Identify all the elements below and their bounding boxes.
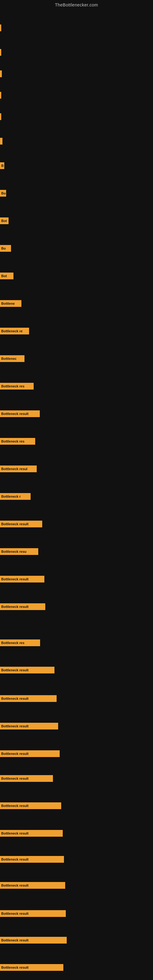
bar-row: Bottleneck result: [0, 964, 153, 971]
bar: [0, 24, 1, 31]
bar: [0, 49, 1, 56]
bar-label: Bottleneck resu: [1, 550, 27, 554]
bar: Bot: [0, 218, 9, 224]
bar-label: Bottleneck result: [1, 577, 29, 581]
bar-label: Bottleneck result: [1, 804, 29, 808]
bar: Bottleneck result: [0, 520, 42, 527]
bar: B: [0, 162, 4, 169]
bar: Bottlenec: [0, 355, 24, 362]
bar-row: Bottleneck re: [0, 328, 153, 334]
bar: Bottleneck res: [0, 640, 40, 646]
bar-label: Bottleneck result: [1, 668, 29, 672]
bar: Bottlene: [0, 300, 21, 307]
bar-row: Bottleneck result: [0, 750, 153, 757]
bar-row: Bottleneck result: [0, 856, 153, 863]
bar-label: Bo: [1, 191, 6, 195]
bar: Bot: [0, 272, 13, 279]
bar: Bottleneck result: [0, 410, 40, 417]
bar-label: Bottlenec: [1, 357, 16, 360]
bar-row: [0, 49, 153, 56]
bar: Bottleneck result: [0, 695, 57, 702]
bar-label: Bottleneck result: [1, 605, 29, 609]
bar-label: Bottleneck re: [1, 329, 22, 333]
bar-label: Bottleneck res: [1, 384, 24, 388]
bar-row: [0, 113, 153, 120]
bar: Bottleneck result: [0, 830, 63, 837]
bar: Bottleneck result: [0, 802, 61, 809]
bar-row: Bottleneck result: [0, 775, 153, 782]
bar-row: [0, 138, 153, 145]
bar-label: Bottleneck r: [1, 495, 21, 498]
bar-row: Bottlene: [0, 300, 153, 307]
bar-row: Bottleneck result: [0, 937, 153, 943]
bar-row: Bottleneck resul: [0, 466, 153, 472]
bar: Bottleneck result: [0, 750, 60, 757]
bar-row: Bottleneck result: [0, 520, 153, 527]
bar-row: Bottleneck res: [0, 438, 153, 445]
bar-label: Bottleneck resul: [1, 467, 27, 471]
bar-label: Bot: [1, 219, 7, 223]
bar-label: Bottleneck res: [1, 641, 24, 645]
bar: Bottleneck result: [0, 775, 53, 782]
bar-row: Bo: [0, 245, 153, 252]
bar: Bottleneck res: [0, 438, 35, 445]
bar: Bottleneck re: [0, 328, 29, 334]
bar-label: Bottleneck result: [1, 966, 29, 969]
bar-row: Bottleneck result: [0, 410, 153, 417]
bar-row: B: [0, 162, 153, 169]
bar-label: Bottleneck result: [1, 858, 29, 861]
bar: Bottleneck resul: [0, 466, 37, 472]
bar-label: Bottleneck result: [1, 412, 29, 415]
bar-label: Bottleneck result: [1, 697, 29, 700]
bar: Bottleneck result: [0, 937, 67, 943]
chart-container: TheBottlenecker.com BBoBotBoBotBottleneB…: [0, 0, 153, 980]
bar-row: Bottlenec: [0, 355, 153, 362]
bar: Bottleneck result: [0, 856, 64, 863]
bar: [0, 92, 1, 99]
bar-label: Bottleneck result: [1, 752, 29, 756]
bar-row: [0, 24, 153, 31]
bar-row: Bot: [0, 272, 153, 279]
bar-row: [0, 92, 153, 99]
bar-row: Bottleneck result: [0, 695, 153, 702]
bar: Bottleneck result: [0, 882, 65, 889]
bar-label: Bottleneck result: [1, 832, 29, 835]
bar: Bottleneck result: [0, 723, 58, 730]
bar-row: Bot: [0, 218, 153, 224]
bar-label: Bottleneck result: [1, 522, 29, 526]
bar-row: Bottleneck result: [0, 723, 153, 730]
bar-row: Bottleneck result: [0, 802, 153, 809]
bar-row: Bottleneck result: [0, 576, 153, 582]
bar-row: Bottleneck result: [0, 603, 153, 610]
bar: Bottleneck result: [0, 667, 54, 673]
bar: Bottleneck res: [0, 383, 33, 390]
bar-label: B: [1, 164, 4, 167]
bar-label: Bottleneck result: [1, 912, 29, 915]
bar-row: Bottleneck result: [0, 667, 153, 673]
bar-label: Bo: [1, 247, 6, 250]
bar-row: Bottleneck res: [0, 640, 153, 646]
bar-row: Bottleneck r: [0, 493, 153, 500]
bar-label: Bottleneck result: [1, 724, 29, 728]
bar: Bottleneck result: [0, 964, 63, 971]
bar: Bo: [0, 190, 6, 197]
bar-label: Bottleneck result: [1, 939, 29, 942]
bar-label: Bottleneck result: [1, 776, 29, 780]
bar-label: Bottlene: [1, 302, 15, 305]
bar: Bottleneck result: [0, 603, 45, 610]
bar-row: Bottleneck result: [0, 882, 153, 889]
bar-row: Bottleneck result: [0, 830, 153, 837]
bar: [0, 70, 2, 77]
bar: Bottleneck result: [0, 576, 45, 582]
bar-row: [0, 70, 153, 77]
bar: Bottleneck resu: [0, 548, 38, 555]
site-title: TheBottlenecker.com: [0, 0, 153, 9]
bar-row: Bottleneck res: [0, 383, 153, 390]
bar: [0, 113, 1, 120]
bar-row: Bo: [0, 190, 153, 197]
bar-row: Bottleneck result: [0, 910, 153, 917]
bar-row: Bottleneck resu: [0, 548, 153, 555]
bar: [0, 138, 2, 145]
bar: Bo: [0, 245, 11, 252]
bar: Bottleneck r: [0, 493, 30, 500]
